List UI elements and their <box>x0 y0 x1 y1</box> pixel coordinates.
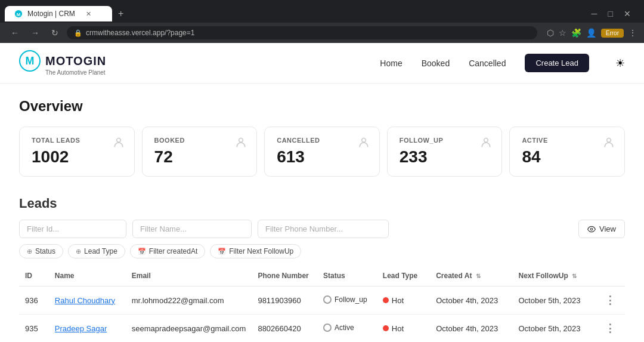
nav-booked[interactable]: Booked <box>422 58 450 68</box>
extensions-button[interactable]: 🧩 <box>571 28 581 38</box>
logo-text: MOTOGIN <box>45 54 106 68</box>
person-icon-active <box>603 137 615 152</box>
close-window-button[interactable]: ✕ <box>620 8 634 20</box>
maximize-button[interactable]: □ <box>605 8 617 20</box>
status-badge: Follow_up <box>323 295 367 304</box>
cell-phone: 9811903960 <box>252 286 317 315</box>
status-dot <box>323 323 332 332</box>
calendar-icon-created: 📅 <box>138 248 146 255</box>
svg-point-3 <box>239 138 243 143</box>
cell-name: Rahul Choudhary <box>49 286 126 315</box>
col-header-leadtype: Lead Type <box>377 267 430 286</box>
stat-card-active: ACTIVE 84 <box>509 127 625 177</box>
logo-circle: M <box>19 50 41 72</box>
col-header-phone: Phone Number <box>252 267 317 286</box>
col-header-followup[interactable]: Next FollowUp ⇅ <box>512 267 595 286</box>
favicon-icon: M <box>14 10 23 18</box>
lead-name-link[interactable]: Pradeep Sagar <box>55 324 107 333</box>
filter-tags: ⊕ Status ⊕ Lead Type 📅 Filter createdAt … <box>19 244 625 258</box>
new-tab-button[interactable]: + <box>112 5 129 23</box>
filter-followup-tag[interactable]: 📅 Filter Next FollowUp <box>210 244 301 258</box>
cell-phone: 8802660420 <box>252 315 317 343</box>
nav-cancelled[interactable]: Cancelled <box>469 58 506 68</box>
stat-label-followup: FOLLOW_UP <box>400 137 490 144</box>
row-actions-button[interactable]: ⋮ <box>601 292 619 308</box>
cell-followup: October 5th, 2023 <box>512 286 595 315</box>
view-label: View <box>599 224 616 233</box>
star-button[interactable]: ☆ <box>559 28 566 38</box>
logo-area: M MOTOGIN The Automotive Planet <box>19 50 106 76</box>
view-button[interactable]: View <box>578 220 625 238</box>
lead-name-link[interactable]: Rahul Choudhary <box>55 296 115 305</box>
filter-leadtype-tag[interactable]: ⊕ Lead Type <box>68 244 125 258</box>
svg-point-5 <box>484 138 488 143</box>
logo-img: M MOTOGIN <box>19 50 106 72</box>
col-header-created[interactable]: Created At ⇅ <box>430 267 512 286</box>
cell-status: Active <box>317 315 377 343</box>
lead-type-cell: Hot <box>383 296 424 305</box>
filter-createdat-tag[interactable]: 📅 Filter createdAt <box>130 244 205 258</box>
col-header-status: Status <box>317 267 377 286</box>
cell-id: 936 <box>19 286 49 315</box>
error-badge: Error <box>601 29 624 38</box>
cast-button[interactable]: ⬡ <box>547 28 554 38</box>
navbar: M MOTOGIN The Automotive Planet Home Boo… <box>0 43 644 84</box>
create-lead-button[interactable]: Create Lead <box>525 54 589 72</box>
svg-point-2 <box>116 138 120 143</box>
cell-email: seemapradeepsagar@gmail.com <box>126 315 252 343</box>
status-dot <box>323 295 332 304</box>
filter-status-tag[interactable]: ⊕ Status <box>19 244 63 258</box>
stat-value-active: 84 <box>522 147 612 167</box>
row-actions-button[interactable]: ⋮ <box>601 321 619 336</box>
col-header-id: ID <box>19 267 49 286</box>
cell-actions: ⋮ <box>595 315 625 343</box>
profile-button[interactable]: 👤 <box>586 28 596 38</box>
overview-title: Overview <box>19 98 625 115</box>
browser-tab[interactable]: M Motogin | CRM ✕ <box>5 6 112 21</box>
stat-value-booked: 72 <box>154 147 245 167</box>
leads-title: Leads <box>19 196 625 211</box>
cell-followup: October 5th, 2023 <box>512 315 595 343</box>
stat-label-cancelled: CANCELLED <box>277 137 367 144</box>
reload-button[interactable]: ↻ <box>48 27 62 39</box>
minimize-button[interactable]: ─ <box>588 8 601 20</box>
main-content: Overview TOTAL LEADS 1002 BOOKED 72 CANC… <box>0 84 644 342</box>
nav-home[interactable]: Home <box>380 58 402 68</box>
filter-row: View <box>19 220 625 238</box>
stat-card-cancelled: CANCELLED 613 <box>264 127 380 177</box>
cell-email: mr.lohmod222@gmail.com <box>126 286 252 315</box>
tab-title: Motogin | CRM <box>27 10 75 18</box>
stat-card-followup: FOLLOW_UP 233 <box>387 127 503 177</box>
url-text: crmwitheasse.vercel.app/?page=1 <box>86 29 194 37</box>
svg-point-4 <box>361 138 366 143</box>
stat-value-total: 1002 <box>32 147 122 167</box>
cell-created: October 4th, 2023 <box>430 315 512 343</box>
table-header: ID Name Email Phone Number Status Lead T… <box>19 267 625 286</box>
filter-phone-input[interactable] <box>258 220 389 238</box>
filter-name-input[interactable] <box>132 220 252 238</box>
leads-table-body: 936 Rahul Choudhary mr.lohmod222@gmail.c… <box>19 286 625 343</box>
browser-chrome: M Motogin | CRM ✕ + ─ □ ✕ ← → ↻ 🔒 crmwit… <box>0 0 644 43</box>
forward-button[interactable]: → <box>27 27 43 39</box>
logo-icon: M <box>26 55 35 67</box>
lead-type-dot <box>383 297 389 303</box>
table-row: 936 Rahul Choudhary mr.lohmod222@gmail.c… <box>19 286 625 315</box>
theme-toggle-button[interactable]: ☀ <box>615 57 625 70</box>
menu-button[interactable]: ⋮ <box>628 28 637 38</box>
plus-icon-status: ⊕ <box>27 248 32 255</box>
url-bar[interactable]: 🔒 crmwitheasse.vercel.app/?page=1 <box>67 26 537 39</box>
cell-leadtype: Hot <box>377 315 430 343</box>
app-container: M MOTOGIN The Automotive Planet Home Boo… <box>0 43 644 342</box>
cell-actions: ⋮ <box>595 286 625 315</box>
tab-close-button[interactable]: ✕ <box>85 10 93 18</box>
filter-id-input[interactable] <box>19 220 126 238</box>
view-icon <box>587 225 596 233</box>
logo-subtitle: The Automotive Planet <box>45 69 106 76</box>
stat-value-cancelled: 613 <box>277 147 367 167</box>
svg-point-6 <box>607 138 611 143</box>
stat-label-booked: BOOKED <box>154 137 245 144</box>
sort-icon-followup: ⇅ <box>572 273 577 279</box>
leads-table: ID Name Email Phone Number Status Lead T… <box>19 267 625 342</box>
back-button[interactable]: ← <box>7 27 23 39</box>
calendar-icon-followup: 📅 <box>218 248 226 255</box>
